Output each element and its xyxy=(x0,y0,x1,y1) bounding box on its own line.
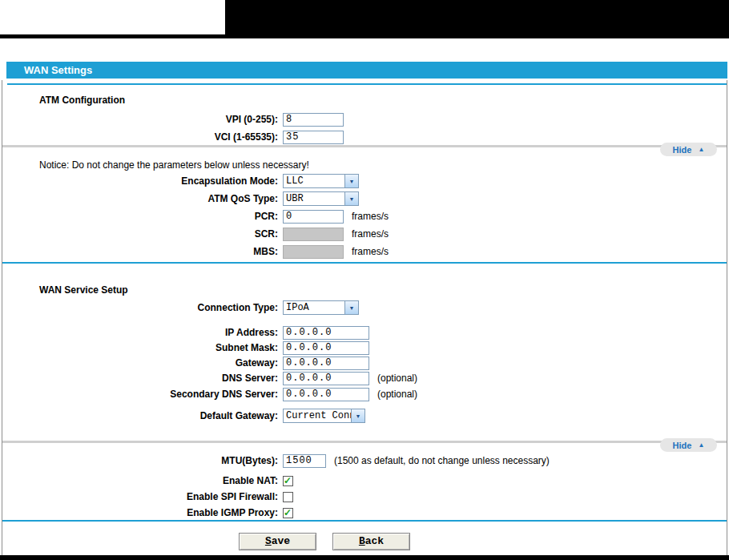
scr-row: SCR: frames/s xyxy=(2,227,727,241)
back-button[interactable]: Back xyxy=(332,533,410,550)
default-gateway-select[interactable]: Current Connect1 ▼ xyxy=(283,409,365,423)
secondary-dns-label: Secondary DNS Server: xyxy=(2,389,278,400)
section-divider-blue xyxy=(2,262,727,264)
vpi-row: VPI (0-255): xyxy=(2,112,727,127)
connection-type-label: Connection Type: xyxy=(2,302,278,313)
wan-hide-button[interactable]: Hide ▲ xyxy=(660,438,717,452)
vci-label: VCI (1-65535): xyxy=(2,131,278,143)
dns-server-input[interactable] xyxy=(283,372,369,385)
atm-qos-select[interactable]: UBR ▼ xyxy=(283,191,359,206)
enable-nat-row: Enable NAT: xyxy=(2,473,727,488)
enable-spi-label: Enable SPI Firewall: xyxy=(2,491,278,502)
gateway-input[interactable] xyxy=(283,357,369,370)
hide-button-label: Hide xyxy=(673,145,692,155)
subnet-mask-row: Subnet Mask: xyxy=(2,340,727,355)
chevron-down-icon[interactable]: ▼ xyxy=(344,192,358,205)
redacted-logo-banner xyxy=(225,0,729,34)
subnet-mask-input[interactable] xyxy=(283,341,369,355)
encapsulation-mode-select[interactable]: LLC ▼ xyxy=(283,174,359,188)
default-gateway-row: Default Gateway: Current Connect1 ▼ xyxy=(2,409,727,423)
chevron-down-icon[interactable]: ▼ xyxy=(351,409,364,422)
pcr-label: PCR: xyxy=(2,211,278,222)
ip-address-input[interactable] xyxy=(283,326,369,340)
secondary-dns-row: Secondary DNS Server: (optional) xyxy=(2,387,727,401)
save-button[interactable]: Save xyxy=(239,533,316,550)
ip-address-row: IP Address: xyxy=(2,325,727,340)
mbs-unit: frames/s xyxy=(352,246,389,257)
secondary-dns-input[interactable] xyxy=(283,388,369,401)
panel-body: ATM Configuration VPI (0-255): VCI (1-65… xyxy=(2,80,727,555)
top-rule xyxy=(0,34,729,38)
wan-settings-panel: WAN Settings ATM Configuration VPI (0-25… xyxy=(2,62,727,555)
enable-igmp-checkbox[interactable] xyxy=(283,508,293,518)
mtu-label: MTU(Bytes): xyxy=(2,455,278,466)
atm-hide-button[interactable]: Hide ▲ xyxy=(660,143,717,156)
scr-input xyxy=(283,228,344,241)
encapsulation-mode-value: LLC xyxy=(284,175,344,187)
vpi-label: VPI (0-255): xyxy=(2,114,278,125)
enable-spi-checkbox[interactable] xyxy=(283,492,293,502)
wan-service-setup-heading: WAN Service Setup xyxy=(39,284,128,296)
gateway-row: Gateway: xyxy=(2,356,727,370)
atm-qos-row: ATM QoS Type: UBR ▼ xyxy=(2,191,727,206)
encapsulation-mode-row: Encapsulation Mode: LLC ▼ xyxy=(2,174,727,188)
footer-divider-blue xyxy=(2,520,727,522)
chevron-up-icon: ▲ xyxy=(698,442,704,449)
scr-unit: frames/s xyxy=(352,228,389,240)
pcr-row: PCR: frames/s xyxy=(2,209,727,224)
page-title: WAN Settings xyxy=(6,62,727,79)
atm-configuration-heading: ATM Configuration xyxy=(39,95,125,106)
ip-address-label: IP Address: xyxy=(2,327,278,338)
connection-type-select[interactable]: IPoA ▼ xyxy=(283,300,359,315)
gateway-label: Gateway: xyxy=(2,357,278,369)
vci-row: VCI (1-65535): xyxy=(2,130,727,144)
enable-spi-row: Enable SPI Firewall: xyxy=(2,489,727,504)
mtu-row: MTU(Bytes): (1500 as default, do not cha… xyxy=(2,453,727,468)
encapsulation-mode-label: Encapsulation Mode: xyxy=(2,175,278,187)
enable-nat-checkbox[interactable] xyxy=(283,476,293,486)
default-gateway-value: Current Connect1 xyxy=(284,409,351,422)
connection-type-row: Connection Type: IPoA ▼ xyxy=(2,300,727,315)
hide-button-label: Hide xyxy=(673,441,692,450)
mbs-input xyxy=(283,245,344,259)
mbs-label: MBS: xyxy=(2,246,278,257)
chevron-down-icon[interactable]: ▼ xyxy=(344,301,358,314)
bottom-rule xyxy=(0,555,729,560)
page: WAN Settings ATM Configuration VPI (0-25… xyxy=(0,0,729,560)
pcr-unit: frames/s xyxy=(352,211,389,222)
scr-label: SCR: xyxy=(2,228,278,240)
notice-text: Notice: Do not change the parameters bel… xyxy=(39,159,309,171)
header-divider xyxy=(7,83,727,85)
pcr-input[interactable] xyxy=(283,210,344,224)
enable-igmp-row: Enable IGMP Proxy: xyxy=(2,506,727,520)
atm-qos-value: UBR xyxy=(284,192,344,205)
chevron-up-icon: ▲ xyxy=(698,147,704,153)
chevron-down-icon[interactable]: ▼ xyxy=(344,175,358,187)
dns-server-row: DNS Server: (optional) xyxy=(2,371,727,385)
enable-igmp-label: Enable IGMP Proxy: xyxy=(2,507,278,518)
connection-type-value: IPoA xyxy=(284,301,344,314)
mtu-note: (1500 as default, do not change unless n… xyxy=(334,455,550,466)
mbs-row: MBS: frames/s xyxy=(2,244,727,259)
vci-input[interactable] xyxy=(283,131,344,144)
default-gateway-label: Default Gateway: xyxy=(2,410,278,421)
mtu-input[interactable] xyxy=(283,454,326,468)
section-divider xyxy=(2,441,727,443)
subnet-mask-label: Subnet Mask: xyxy=(2,342,278,353)
vpi-input[interactable] xyxy=(283,113,344,127)
dns-server-label: DNS Server: xyxy=(2,373,278,384)
atm-qos-label: ATM QoS Type: xyxy=(2,193,278,204)
enable-nat-label: Enable NAT: xyxy=(2,475,278,486)
section-divider xyxy=(2,145,727,147)
dns-optional-note: (optional) xyxy=(377,373,417,384)
secondary-dns-optional-note: (optional) xyxy=(377,389,417,400)
